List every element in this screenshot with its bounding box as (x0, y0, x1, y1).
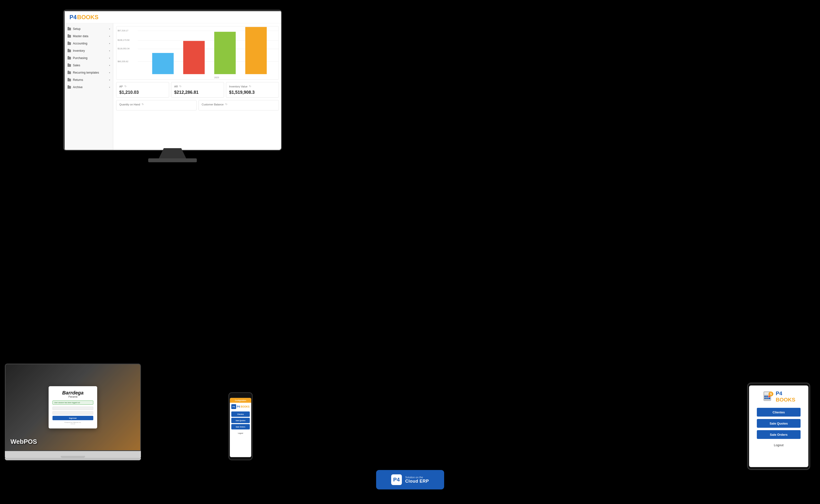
phone-menu-quotes[interactable]: Sale Quotes (231, 418, 250, 423)
qty-label: Quantity on Hand (119, 103, 140, 106)
password-input[interactable] (52, 411, 93, 415)
phone-logout[interactable]: Logout (230, 431, 251, 435)
stat-inventory-value: Inventory Value ↻ $1,519,908.3 (226, 82, 279, 98)
sidebar-item-label: Archive (73, 85, 83, 89)
badge-text: Solution on the Cloud ERP (405, 476, 429, 484)
chevron-icon: ▾ (109, 86, 110, 88)
laptop-keyboard (5, 451, 141, 458)
phone-header-text: Configuration (235, 400, 246, 401)
sidebar-item-label: Accounting (73, 42, 87, 45)
ap-value: $1,210.03 (119, 90, 166, 95)
phone-p4-icon: P4 (233, 406, 235, 408)
sidebar-item-label: Master data (73, 34, 88, 38)
refresh-icon[interactable]: ↻ (124, 85, 127, 88)
phone-frame: Configuration P4 P4 BOOKS Clientes Sale … (228, 392, 253, 460)
sidebar-item-label: Purchasing (73, 56, 87, 60)
phone-logo: P4 P4 BOOKS (230, 403, 251, 410)
svg-text:$60,335.62: $60,335.62 (118, 60, 128, 63)
main-content: $67,318.17 $108,173.50 $118,053.34 $60,3… (113, 23, 282, 151)
stat-ar: AR ↻ $212,286.81 (171, 82, 224, 98)
tablet: $ P4 BOOKS Clientes Sale Quotes Sale Ord… (747, 383, 810, 470)
chevron-icon: ▾ (109, 79, 110, 81)
phone-logo-p4: P4 (237, 405, 240, 408)
sidebar-item-setup[interactable]: Setup ▾ (65, 25, 113, 33)
chevron-icon: ▾ (109, 72, 110, 74)
svg-rect-19 (766, 398, 768, 399)
sidebar: Setup ▾ Master data ▾ Accounting ▾ Inven… (65, 23, 113, 151)
sidebar-item-accounting[interactable]: Accounting ▾ (65, 40, 113, 47)
stats-row-2: Quantity on Hand ↻ Customer Balance ↻ (116, 100, 279, 111)
barrdega-title: Barrdega (52, 390, 93, 395)
ap-label: AP (119, 85, 123, 88)
phone: Configuration P4 P4 BOOKS Clientes Sale … (228, 392, 253, 460)
badge-cloud-text: Cloud ERP (405, 479, 429, 484)
inv-value-label: Inventory Value (229, 85, 248, 88)
cust-bal-label: Customer Balance (202, 103, 224, 106)
screen-header: P4 BOOKS (65, 11, 282, 23)
svg-rect-10 (214, 32, 236, 74)
chevron-icon: ▾ (109, 35, 110, 37)
tablet-btn-orders[interactable]: Sale Orders (757, 430, 801, 439)
folder-icon (68, 64, 71, 67)
svg-text:$: $ (770, 392, 772, 396)
sidebar-item-recurring[interactable]: Recurring templates ▾ (65, 69, 113, 76)
laptop-screen-frame: Barrdega Panamá User session has been lo… (5, 364, 141, 451)
phone-menu-orders[interactable]: Sale Orders (231, 424, 250, 429)
refresh-icon[interactable]: ↻ (225, 103, 227, 106)
badge-icon-label: P4 (393, 477, 400, 483)
tablet-logout[interactable]: Logout (774, 443, 784, 447)
tablet-frame: $ P4 BOOKS Clientes Sale Quotes Sale Ord… (747, 383, 810, 470)
phone-menu-clientes[interactable]: Clientes (231, 411, 250, 417)
sidebar-item-label: Setup (73, 27, 80, 31)
monitor-base (148, 158, 197, 162)
tablet-btn-clientes[interactable]: Clientes (757, 408, 801, 417)
tablet-logo-p4: P4 (776, 390, 795, 397)
version-text: 1.2.1.6 (71, 423, 75, 425)
monitor-screen: P4 BOOKS Setup ▾ Master data ▾ Accountin… (65, 11, 282, 151)
sidebar-item-returns[interactable]: Returns ▾ (65, 76, 113, 84)
sidebar-item-inventory[interactable]: Inventory ▾ (65, 47, 113, 54)
tablet-logo-texts: P4 BOOKS (776, 390, 795, 403)
svg-rect-18 (764, 398, 766, 399)
ar-label: AR (174, 85, 178, 88)
refresh-icon[interactable]: ↻ (249, 85, 251, 88)
chevron-icon: ▾ (109, 57, 110, 59)
stat-quantity: Quantity on Hand ↻ (116, 100, 197, 111)
svg-rect-15 (764, 396, 766, 397)
sidebar-item-label: Sales (73, 64, 80, 67)
phone-screen: Configuration P4 P4 BOOKS Clientes Sale … (230, 398, 251, 457)
calculator-icon: $ (762, 391, 774, 403)
cloud-erp-badge: P4 Solution on the Cloud ERP (376, 470, 444, 489)
stat-ap: AP ↻ $1,210.03 (116, 82, 169, 98)
refresh-icon[interactable]: ↻ (142, 103, 144, 106)
badge-p4-icon: P4 (391, 474, 402, 485)
login-card: Barrdega Panamá User session has been lo… (49, 386, 97, 428)
svg-rect-16 (766, 396, 768, 397)
sidebar-item-sales[interactable]: Sales ▾ (65, 62, 113, 69)
badge-solution-text: Solution on the (405, 476, 429, 479)
svg-text:$118,053.34: $118,053.34 (118, 47, 129, 50)
username-input[interactable] (52, 407, 93, 410)
sidebar-item-masterdata[interactable]: Master data ▾ (65, 33, 113, 40)
sidebar-item-purchasing[interactable]: Purchasing ▾ (65, 54, 113, 62)
login-button[interactable]: Ingresar (52, 416, 93, 420)
tablet-btn-quotes[interactable]: Sale Quotes (757, 419, 801, 428)
chevron-icon: ▾ (109, 43, 110, 45)
phone-logo-icon: P4 (231, 404, 236, 409)
stats-row-1: AP ↻ $1,210.03 AR ↻ $212,286.81 (116, 82, 279, 98)
refresh-icon[interactable]: ↻ (179, 85, 181, 88)
svg-text:$67,318.17: $67,318.17 (118, 29, 128, 32)
sidebar-item-archive[interactable]: Archive ▾ (65, 84, 113, 91)
chevron-icon: ▾ (109, 28, 110, 30)
svg-rect-9 (183, 41, 205, 74)
svg-text:$108,173.50: $108,173.50 (118, 39, 129, 41)
laptop: Barrdega Panamá User session has been lo… (5, 364, 141, 460)
folder-icon (68, 86, 71, 89)
svg-text:2023: 2023 (214, 76, 219, 79)
phone-header: Configuration (230, 398, 251, 403)
phone-logo-books: BOOKS (241, 405, 250, 408)
bar-chart: $67,318.17 $108,173.50 $118,053.34 $60,3… (116, 26, 279, 80)
sidebar-item-label: Inventory (73, 49, 85, 52)
phone-menu: Clientes Sale Quotes Sale Orders (230, 410, 251, 431)
ar-value: $212,286.81 (174, 90, 221, 95)
